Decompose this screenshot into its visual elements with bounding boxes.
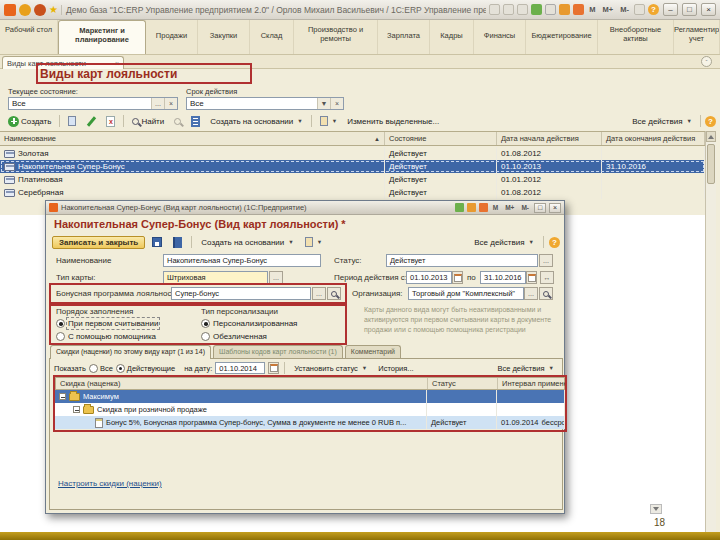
card-type-field[interactable]: Штриховая <box>163 271 268 284</box>
tab-close-icon[interactable]: × <box>115 60 119 67</box>
change-selected-button[interactable]: Изменить выделенные... <box>343 115 443 128</box>
info-icon[interactable]: ? <box>648 4 659 15</box>
dialog-close-button[interactable]: × <box>549 203 561 213</box>
cancel-search-button[interactable] <box>170 116 185 127</box>
memory-m-button[interactable]: M <box>587 5 597 14</box>
choose-dots-icon[interactable]: ... <box>312 287 326 300</box>
save-button[interactable] <box>148 235 166 249</box>
discount-row-bonus[interactable]: Бонус 5%, Бонусная программа Супер-бонус… <box>55 416 565 429</box>
section-tab-production[interactable]: Производство и ремонты <box>294 20 378 54</box>
report-menu-button[interactable]: ▼ <box>301 235 326 249</box>
create-button[interactable]: Создать <box>4 114 55 129</box>
preview-icon[interactable] <box>503 4 514 15</box>
calendar-icon[interactable] <box>559 4 570 15</box>
choose-dots-icon[interactable]: ... <box>151 98 164 109</box>
bonus-program-field[interactable]: Супер-бонус <box>171 287 311 300</box>
section-tab-warehouse[interactable]: Склад <box>250 20 294 54</box>
memory-mminus-button[interactable]: M- <box>519 204 531 211</box>
help-icon[interactable]: ? <box>705 116 716 127</box>
slide-scroll-icon[interactable] <box>650 504 662 514</box>
open-magnifier-icon[interactable] <box>327 287 341 300</box>
close-button[interactable]: × <box>701 3 716 16</box>
scrollbar-thumb[interactable] <box>707 144 715 184</box>
name-field[interactable]: Накопительная Супер-Бонус <box>163 254 321 267</box>
open-magnifier-icon[interactable] <box>539 287 553 300</box>
history-button[interactable]: История... <box>374 362 417 375</box>
tab-discounts[interactable]: Скидки (наценки) по этому виду карт (1 и… <box>50 345 211 359</box>
delete-button[interactable]: x <box>102 114 119 129</box>
tree-collapse-icon[interactable] <box>73 406 80 413</box>
section-tab-regulated[interactable]: Регламентированный учет <box>674 20 720 54</box>
column-discount[interactable]: Скидка (наценка) <box>56 378 428 389</box>
column-end-date[interactable]: Дата окончания действия <box>602 132 705 145</box>
section-tab-finance[interactable]: Финансы <box>474 20 526 54</box>
section-tab-sales[interactable]: Продажи <box>146 20 198 54</box>
calendar-picker-icon[interactable] <box>268 362 279 374</box>
list-settings-button[interactable] <box>187 114 204 129</box>
radio-first-scan[interactable]: При первом считывании <box>56 319 158 328</box>
memory-mplus-button[interactable]: M+ <box>601 5 616 14</box>
date-field[interactable]: 01.10.2014 <box>215 362 265 374</box>
read-button[interactable] <box>169 235 186 250</box>
calc-icon[interactable] <box>531 4 542 15</box>
organization-field[interactable]: Торговый дом "Комплексный" <box>408 287 524 300</box>
history-icon[interactable] <box>34 4 46 16</box>
table-row[interactable]: Серебряная Действует 01.08.2012 <box>0 186 705 199</box>
column-start-date[interactable]: Дата начала действия <box>497 132 602 145</box>
tree-collapse-icon[interactable] <box>59 393 66 400</box>
filter-state-combo[interactable]: Все ... × <box>8 97 178 110</box>
section-tab-payroll[interactable]: Зарплата <box>378 20 430 54</box>
section-tab-hr[interactable]: Кадры <box>430 20 474 54</box>
discount-row-selected[interactable]: Максимум <box>55 390 565 403</box>
period-from-field[interactable]: 01.10.2013 <box>406 271 452 284</box>
scroll-up-icon[interactable] <box>706 131 716 142</box>
period-range-button[interactable]: ↔ <box>540 271 554 284</box>
radio-show-active[interactable]: Действующие <box>116 364 175 373</box>
choose-dots-icon[interactable]: ... <box>269 271 283 284</box>
table-row-selected[interactable]: Накопительная Супер-Бонус Действует 01.1… <box>0 160 705 173</box>
report-menu-button[interactable]: ▼ <box>316 114 341 128</box>
calendar-icon[interactable] <box>467 203 476 212</box>
memory-m-button[interactable]: M <box>491 204 500 211</box>
discount-row[interactable]: Скидка при розничной продаже <box>55 403 565 416</box>
column-interval[interactable]: Интервал применения <box>498 378 566 389</box>
choose-dots-icon[interactable]: ... <box>539 254 553 267</box>
vertical-scrollbar[interactable] <box>705 131 716 532</box>
memory-mminus-button[interactable]: M- <box>618 5 631 14</box>
calc-icon[interactable] <box>455 203 464 212</box>
column-status[interactable]: Состояние <box>385 132 497 145</box>
calendar-alt-icon[interactable] <box>573 4 584 15</box>
column-status[interactable]: Статус <box>428 378 498 389</box>
choose-dots-icon[interactable]: ... <box>524 287 538 300</box>
clear-icon[interactable]: × <box>164 98 177 109</box>
minimize-button[interactable]: – <box>663 3 678 16</box>
save-icon[interactable] <box>517 4 528 15</box>
calendar-picker-icon[interactable] <box>452 271 463 284</box>
all-actions-button[interactable]: Все действия ▼ <box>493 362 558 375</box>
tools-icon[interactable] <box>634 4 645 15</box>
filter-period-combo[interactable]: Все ▼ × <box>186 97 344 110</box>
maximize-button[interactable]: □ <box>682 3 697 16</box>
tab-comment[interactable]: Комментарий <box>345 345 401 359</box>
memory-mplus-button[interactable]: M+ <box>503 204 516 211</box>
favorites-star-icon[interactable]: ★ <box>49 4 58 15</box>
set-status-button[interactable]: Установить статус ▼ <box>290 362 371 375</box>
help-icon[interactable]: ? <box>549 237 560 248</box>
radio-show-all[interactable]: Все <box>89 364 113 373</box>
all-actions-button[interactable]: Все действия ▼ <box>628 115 696 128</box>
period-to-field[interactable]: 31.10.2016 <box>480 271 526 284</box>
table-row[interactable]: Платиновая Действует 01.01.2012 <box>0 173 705 186</box>
section-tab-purchasing[interactable]: Закупки <box>198 20 250 54</box>
calendar-alt-icon[interactable] <box>479 203 488 212</box>
edit-button[interactable] <box>82 114 100 128</box>
formula-icon[interactable] <box>545 4 556 15</box>
table-row[interactable]: Золотая Действует 01.08.2012 <box>0 147 705 160</box>
column-name[interactable]: Наименование ▲ <box>0 132 385 145</box>
radio-anonymous[interactable]: Обезличенная <box>201 332 267 341</box>
radio-assistant[interactable]: С помощью помощника <box>56 332 156 341</box>
home-icon[interactable] <box>19 4 31 16</box>
dialog-restore-button[interactable]: □ <box>534 203 546 213</box>
calendar-picker-icon[interactable] <box>526 271 537 284</box>
clear-icon[interactable]: × <box>330 98 343 109</box>
copy-button[interactable] <box>64 114 80 128</box>
